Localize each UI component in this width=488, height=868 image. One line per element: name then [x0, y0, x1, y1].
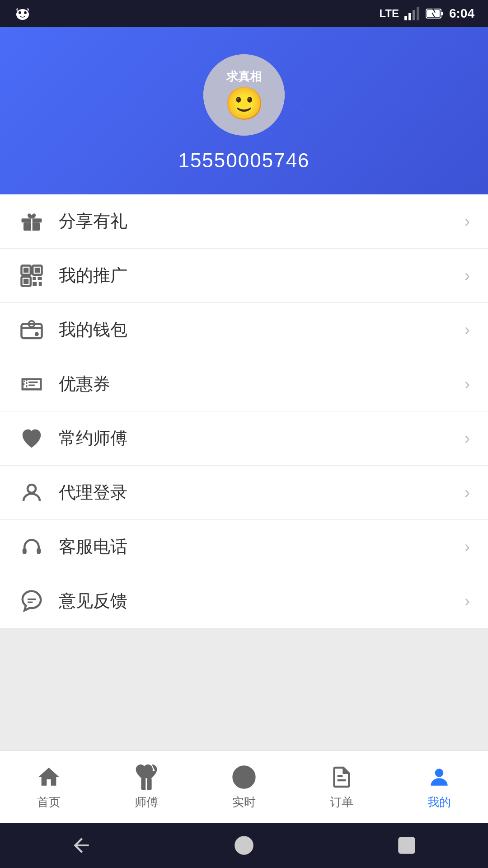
menu-label-wallet: 我的钱包: [59, 318, 465, 341]
svg-rect-16: [23, 268, 28, 273]
wallet-icon: [18, 316, 45, 344]
menu-label-agent-login: 代理登录: [59, 481, 465, 504]
menu-label-share: 分享有礼: [59, 210, 465, 233]
nav-item-orders[interactable]: 订单: [293, 751, 390, 823]
svg-rect-29: [23, 548, 27, 554]
svg-rect-22: [38, 277, 42, 280]
content-wrapper: 求真相 🙂 15550005746 分享有礼 ›: [0, 27, 488, 868]
menu-arrow-agent-login: ›: [465, 483, 470, 502]
svg-rect-20: [23, 278, 28, 283]
gift-icon: [18, 208, 45, 235]
avatar-inner: 求真相 🙂: [203, 54, 285, 136]
svg-point-36: [435, 769, 444, 777]
menu-item-feedback[interactable]: 意见反馈 ›: [0, 574, 488, 628]
menu-arrow-regular-master: ›: [465, 429, 470, 448]
svg-rect-3: [404, 16, 407, 20]
svg-rect-30: [37, 548, 41, 554]
svg-point-37: [235, 837, 253, 854]
nav-label-master: 师傅: [135, 794, 158, 810]
menu-item-coupon[interactable]: 优惠券 ›: [0, 357, 488, 411]
menu-item-wallet[interactable]: 我的钱包 ›: [0, 303, 488, 357]
status-bar: LTE 6:04: [0, 0, 488, 27]
signal-icon: [404, 7, 420, 20]
menu-item-regular-master[interactable]: 常约师傅 ›: [0, 411, 488, 466]
svg-rect-6: [417, 7, 419, 20]
svg-point-2: [24, 11, 27, 14]
menu-item-promotion[interactable]: 我的推广 ›: [0, 249, 488, 303]
realtime-nav-icon: [230, 764, 258, 791]
nav-label-home: 首页: [37, 794, 61, 810]
user-phone: 15550005746: [178, 149, 310, 172]
menu-item-customer-service[interactable]: 客服电话 ›: [0, 520, 488, 574]
menu-item-agent-login[interactable]: 代理登录 ›: [0, 466, 488, 520]
lte-indicator: LTE: [379, 7, 399, 20]
mine-nav-icon: [426, 764, 453, 791]
nav-item-realtime[interactable]: 实时: [195, 751, 293, 823]
svg-point-28: [28, 485, 36, 493]
user-icon: [18, 479, 45, 506]
menu-arrow-feedback: ›: [465, 592, 470, 611]
svg-rect-25: [22, 324, 42, 338]
status-bar-left: [14, 5, 32, 23]
avatar[interactable]: 求真相 🙂: [203, 54, 285, 136]
menu-arrow-promotion: ›: [465, 266, 470, 285]
status-icons: LTE 6:04: [379, 6, 474, 21]
svg-rect-5: [413, 10, 415, 20]
svg-point-27: [35, 332, 39, 336]
headset-icon: [18, 533, 45, 561]
menu-list: 分享有礼 ›: [0, 194, 488, 628]
home-nav-icon: [35, 764, 62, 791]
svg-point-1: [19, 11, 21, 14]
recents-button[interactable]: [391, 830, 422, 861]
qr-icon: [18, 262, 45, 289]
feedback-icon: [18, 588, 45, 615]
menu-arrow-wallet: ›: [465, 321, 470, 340]
orders-nav-icon: [328, 764, 355, 791]
battery-icon: [426, 7, 444, 20]
svg-rect-9: [427, 10, 440, 17]
menu-label-regular-master: 常约师傅: [59, 427, 465, 450]
android-nav-bar: [0, 823, 488, 868]
heart-icon: [18, 425, 45, 452]
nav-item-master[interactable]: 师傅: [98, 751, 195, 823]
android-cat-icon: [14, 5, 32, 23]
menu-label-coupon: 优惠券: [59, 373, 465, 396]
coupon-icon: [18, 371, 45, 398]
back-button[interactable]: [66, 830, 97, 861]
nav-label-realtime: 实时: [232, 794, 256, 810]
menu-arrow-coupon: ›: [465, 375, 470, 394]
svg-rect-23: [33, 282, 37, 286]
svg-rect-8: [441, 12, 443, 15]
menu-label-feedback: 意见反馈: [59, 590, 465, 613]
avatar-face-emoji: 🙂: [225, 86, 264, 121]
time-display: 6:04: [449, 6, 474, 21]
menu-item-share[interactable]: 分享有礼 ›: [0, 194, 488, 249]
scrollable-area: 求真相 🙂 15550005746 分享有礼 ›: [0, 27, 488, 868]
svg-rect-4: [408, 13, 411, 20]
bottom-nav: 首页 师傅 实时 订单: [0, 750, 488, 823]
menu-label-promotion: 我的推广: [59, 264, 465, 287]
menu-label-customer-service: 客服电话: [59, 535, 465, 558]
svg-rect-38: [399, 838, 414, 853]
nav-item-home[interactable]: 首页: [0, 751, 98, 823]
profile-header: 求真相 🙂 15550005746: [0, 27, 488, 194]
master-nav-icon: [133, 764, 160, 791]
svg-rect-18: [35, 268, 40, 273]
svg-rect-21: [33, 277, 36, 280]
avatar-label: 求真相: [226, 69, 262, 85]
menu-arrow-share: ›: [465, 212, 470, 231]
nav-item-mine[interactable]: 我的: [390, 751, 488, 823]
svg-rect-24: [39, 282, 42, 286]
menu-arrow-customer-service: ›: [465, 538, 470, 557]
svg-point-0: [16, 9, 29, 20]
home-button[interactable]: [228, 830, 260, 861]
nav-label-orders: 订单: [330, 794, 353, 810]
nav-label-mine: 我的: [427, 794, 451, 810]
